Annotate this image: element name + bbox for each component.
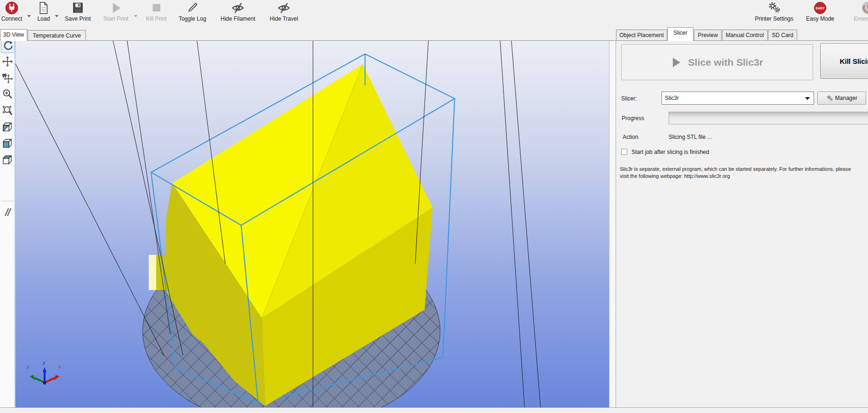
scene-3d: y z x: [15, 41, 609, 407]
svg-text:EASY: EASY: [815, 7, 824, 10]
action-value: Slicing STL file ...: [669, 134, 712, 140]
progress-bar: [669, 112, 868, 124]
tab-slicer[interactable]: Slicer: [667, 27, 693, 41]
progress-label: Progress: [622, 115, 644, 122]
gears-icon: [750, 1, 799, 15]
printer-settings-label: Printer Settings: [750, 15, 799, 22]
start-job-checkbox-label: Start job after slicing is finished: [632, 149, 709, 155]
hide-filament-label: Hide Filament: [217, 15, 259, 22]
kill-stop-icon: [141, 1, 172, 15]
load-button[interactable]: Load: [32, 1, 55, 23]
zoom-fit-icon: [1, 105, 14, 117]
tab-3d-view[interactable]: 3D View: [0, 29, 27, 41]
zoom-in-icon: [1, 88, 14, 100]
tab-sd-card[interactable]: SD Card: [768, 30, 797, 41]
emergency-label: Emergency: [847, 15, 868, 22]
front-view-icon: [1, 138, 14, 150]
emergency-stop-icon: [847, 1, 868, 15]
axis-label-z: z: [42, 360, 45, 366]
slic3r-info-text: Slic3r is separate, external program, wh…: [620, 166, 851, 180]
start-print-dropdown-caret[interactable]: [134, 15, 137, 17]
zoom-to-fit-button[interactable]: [1, 104, 14, 118]
load-dropdown-caret[interactable]: [55, 15, 59, 17]
hide-filament-button[interactable]: Hide Filament: [217, 1, 259, 23]
axis-label-y: y: [26, 364, 30, 369]
tab-preview[interactable]: Preview: [694, 30, 722, 41]
save-floppy-icon: [62, 1, 93, 15]
move-object-icon: [1, 72, 14, 84]
slicer-panel: Slice with Slic3r Kill Slicing Slicer: S…: [616, 41, 868, 407]
load-file-icon: [32, 1, 55, 15]
start-play-icon: [99, 1, 132, 15]
easy-mode-label: Easy Mode: [800, 15, 840, 22]
slicer-select[interactable]: Slic3r: [662, 92, 814, 105]
start-print-label: Start Print: [99, 15, 132, 22]
connect-plug-icon: [0, 1, 23, 15]
pencil-icon: [176, 1, 209, 15]
axis-label-x: x: [58, 364, 61, 369]
move-object-button[interactable]: [1, 71, 14, 85]
tab-temperature-curve[interactable]: Temperature Curve: [28, 30, 86, 41]
front-view-button[interactable]: [1, 137, 14, 151]
top-view-button[interactable]: [1, 153, 14, 167]
manager-button[interactable]: Manager: [817, 92, 866, 105]
top-view-icon: [1, 154, 14, 166]
start-print-button[interactable]: Start Print: [99, 1, 132, 23]
connect-button[interactable]: Connect: [0, 1, 23, 23]
hide-travel-button[interactable]: Hide Travel: [265, 1, 303, 23]
move-icon: [1, 55, 14, 68]
viewport-3d[interactable]: y z x: [15, 41, 609, 407]
model-notch-face: [149, 255, 156, 290]
status-bar: [0, 407, 868, 413]
eye-slash-icon: [265, 1, 303, 15]
move-view-button[interactable]: [1, 54, 14, 69]
hide-travel-label: Hide Travel: [265, 15, 303, 22]
isometric-view-icon: [1, 121, 14, 133]
kill-print-label: Kill Print: [141, 15, 172, 22]
parallel-projection-icon: [1, 206, 14, 218]
easy-mode-button[interactable]: EASY Easy Mode: [800, 1, 840, 23]
slice-with-slic3r-button[interactable]: Slice with Slic3r: [621, 44, 813, 80]
eye-slash-icon: [217, 1, 259, 15]
parallel-projection-button[interactable]: [1, 205, 14, 219]
save-print-button[interactable]: Save Print: [62, 1, 93, 23]
isometric-view-button[interactable]: [1, 120, 14, 134]
play-icon: [671, 57, 682, 68]
view-toolbar-separator: [1, 201, 13, 201]
zoom-in-button[interactable]: [1, 87, 14, 101]
save-print-label: Save Print: [62, 15, 93, 22]
start-job-checkbox[interactable]: [621, 149, 627, 155]
easy-badge-icon: EASY: [800, 1, 840, 15]
emergency-stop-button[interactable]: Emergency: [847, 1, 868, 23]
kill-print-button[interactable]: Kill Print: [141, 1, 172, 23]
slicer-field-label: Slicer:: [621, 95, 637, 102]
action-label: Action: [623, 134, 638, 140]
load-label: Load: [32, 15, 55, 22]
view-toolbar: [0, 41, 15, 407]
connect-label: Connect: [0, 15, 23, 22]
tab-baseline: [0, 40, 868, 41]
tab-object-placement[interactable]: Object Placement: [616, 30, 667, 41]
kill-slicing-button[interactable]: Kill Slicing: [820, 43, 868, 79]
chevron-down-icon: [805, 97, 810, 100]
panel-splitter[interactable]: [609, 41, 616, 407]
gears-icon: [826, 95, 833, 102]
tab-manual-control[interactable]: Manual Control: [722, 30, 768, 41]
printer-settings-button[interactable]: Printer Settings: [750, 1, 799, 23]
rotate-icon: [2, 39, 14, 52]
main-toolbar: Connect Load Save Print Start Print Kill…: [0, 0, 868, 25]
connect-dropdown-caret[interactable]: [27, 15, 31, 17]
toggle-log-label: Toggle Log: [176, 15, 209, 22]
toggle-log-button[interactable]: Toggle Log: [176, 1, 209, 23]
